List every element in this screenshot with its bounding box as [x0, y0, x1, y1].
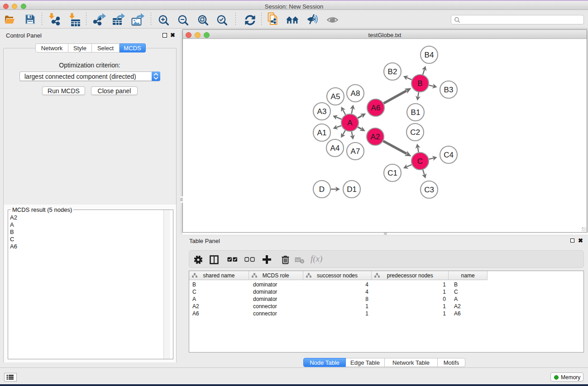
svg-text:A4: A4	[330, 144, 340, 152]
svg-text:A3: A3	[317, 107, 327, 116]
svg-text:A7: A7	[351, 147, 360, 156]
svg-text:D1: D1	[347, 185, 357, 194]
svg-text:A2: A2	[371, 133, 380, 141]
svg-text:C4: C4	[444, 151, 454, 159]
svg-text:A: A	[347, 119, 353, 127]
svg-text:A5: A5	[331, 92, 340, 101]
svg-text:A6: A6	[371, 104, 381, 112]
svg-text:C3: C3	[424, 186, 434, 194]
svg-text:D: D	[319, 185, 325, 194]
svg-text:C2: C2	[410, 128, 420, 137]
svg-text:C: C	[417, 157, 423, 166]
svg-text:B4: B4	[425, 51, 434, 59]
svg-text:B1: B1	[411, 108, 421, 117]
svg-text:B: B	[417, 79, 422, 88]
svg-text:B2: B2	[388, 67, 397, 76]
svg-text:B3: B3	[444, 86, 454, 94]
svg-text:A1: A1	[317, 129, 327, 137]
svg-text:A8: A8	[351, 89, 360, 98]
svg-text:C1: C1	[387, 169, 397, 177]
